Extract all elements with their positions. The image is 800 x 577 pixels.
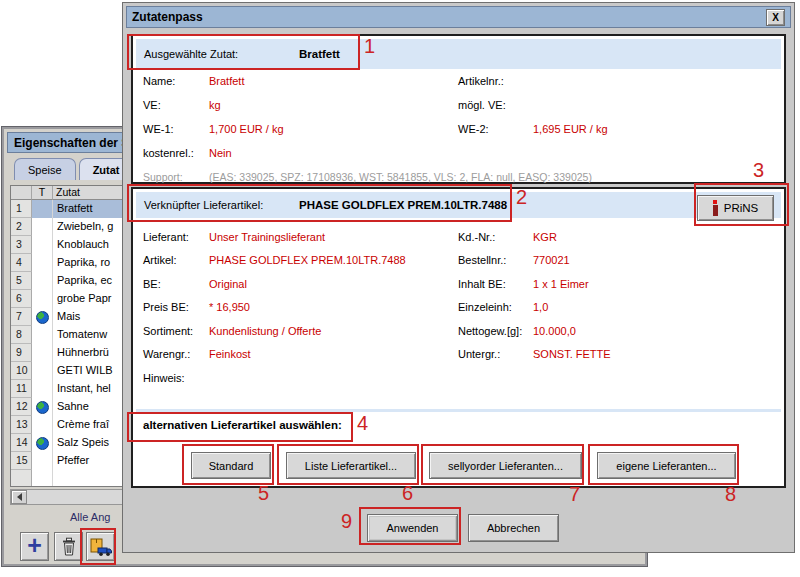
- field-value: 770021: [533, 254, 570, 266]
- column-header-t: T: [32, 186, 53, 200]
- row-type-cell: [32, 254, 53, 272]
- field-value: Original: [209, 278, 247, 290]
- field-label: Inhalt BE:: [458, 278, 533, 290]
- selected-ingredient-header-label: Ausgewählte Zutat:: [144, 48, 299, 60]
- row-type-cell: [32, 452, 53, 470]
- field-value: Kundenlistung / Offerte: [209, 325, 321, 337]
- liste-lieferartikel-button[interactable]: Liste Lieferartikel...: [286, 452, 416, 479]
- package-truck-icon: [90, 537, 112, 557]
- field-row: Nettogew.[g]:10.000,0: [458, 319, 778, 343]
- row-number: 11: [11, 380, 32, 398]
- row-number: 5: [11, 272, 32, 290]
- row-type-cell: [32, 380, 53, 398]
- supplier-article-button[interactable]: [86, 532, 115, 561]
- row-type-cell: [32, 344, 53, 362]
- row-number: 9: [11, 344, 32, 362]
- delete-ingredient-button[interactable]: [54, 532, 83, 561]
- field-label: BE:: [143, 278, 209, 290]
- row-type-cell: [32, 218, 53, 236]
- field-label: VE:: [143, 99, 209, 111]
- field-row: Support:(EAS: 339025, SPZ: 17108936, WST…: [143, 165, 773, 189]
- field-value: Nein: [209, 147, 232, 159]
- field-value: 1 x 1 Eimer: [533, 278, 589, 290]
- row-number: 10: [11, 362, 32, 380]
- linked-fields-right: Kd.-Nr.:KGRBestellnr.:770021Inhalt BE:1 …: [458, 225, 778, 366]
- abbrechen-button[interactable]: Abbrechen: [468, 514, 559, 542]
- prins-info-icon: [713, 200, 718, 216]
- row-type-cell: [32, 398, 53, 416]
- row-type-cell: [32, 416, 53, 434]
- add-ingredient-button[interactable]: +: [20, 532, 49, 561]
- field-row: Hinweis:: [143, 366, 773, 390]
- zutatenpass-dialog: Zutatenpass X Ausgewählte Zutat: Bratfet…: [122, 2, 795, 553]
- row-number: 12: [11, 398, 32, 416]
- row-number: 8: [11, 326, 32, 344]
- field-value: kg: [209, 99, 221, 111]
- close-button[interactable]: X: [766, 9, 785, 26]
- field-label: Name:: [143, 75, 209, 87]
- field-label: Nettogew.[g]:: [458, 325, 533, 337]
- field-row: Bestellnr.:770021: [458, 249, 778, 273]
- scroll-left-icon: [13, 493, 22, 501]
- field-row: Kd.-Nr.:KGR: [458, 225, 778, 249]
- row-number: 15: [11, 452, 32, 470]
- field-value: Unser Trainingslieferant: [209, 231, 325, 243]
- close-icon: X: [772, 12, 779, 23]
- field-label: Artikel:: [143, 254, 209, 266]
- row-type-cell: [32, 236, 53, 254]
- selected-ingredient-panel: Ausgewählte Zutat: Bratfett Name:Bratfet…: [131, 34, 786, 184]
- field-label: mögl. VE:: [458, 99, 533, 111]
- anwenden-button[interactable]: Anwenden: [367, 514, 458, 542]
- sellyorder-lieferanten-button[interactable]: sellyorder Lieferanten...: [429, 452, 582, 479]
- field-row: Inhalt BE:1 x 1 Eimer: [458, 272, 778, 296]
- scroll-left-button[interactable]: [11, 490, 27, 504]
- row-number: 6: [11, 290, 32, 308]
- field-row: Einzeleinh:1,0: [458, 296, 778, 320]
- field-label: WE-1:: [143, 123, 209, 135]
- row-type-cell: [32, 470, 53, 487]
- field-label: Warengr.:: [143, 348, 209, 360]
- row-type-cell: [32, 434, 53, 452]
- linked-article-header-label: Verknüpfter Lieferartikel:: [144, 199, 299, 211]
- row-number: 1: [11, 200, 32, 218]
- field-label: Support:: [143, 171, 209, 183]
- linked-article-panel: Verknüpfter Lieferartikel: PHASE GOLDFLE…: [131, 187, 786, 488]
- row-type-cell: [32, 362, 53, 380]
- properties-window-title: Eigenschaften der S: [14, 136, 129, 150]
- tab-speise[interactable]: Speise: [14, 158, 76, 180]
- field-row: WE-2:1,695 EUR / kg: [458, 117, 778, 141]
- eigene-lieferanten-button[interactable]: eigene Lieferanten...: [597, 452, 736, 479]
- row-number: 2: [11, 218, 32, 236]
- field-label: Untergr.:: [458, 348, 533, 360]
- tab-bar: Speise Zutat: [14, 158, 134, 180]
- plus-icon: +: [27, 535, 42, 555]
- row-number: 3: [11, 236, 32, 254]
- row-type-cell: [32, 326, 53, 344]
- field-value: SONST. FETTE: [533, 348, 611, 360]
- row-type-cell: [32, 200, 53, 218]
- linked-article-name: PHASE GOLDFLEX PREM.10LTR.7488: [299, 199, 507, 211]
- field-value: 1,695 EUR / kg: [533, 123, 608, 135]
- selected-fields-right: Artikelnr.:mögl. VE:WE-2:1,695 EUR / kg: [458, 69, 778, 141]
- standard-button[interactable]: Standard: [191, 452, 271, 479]
- field-value: 1,700 EUR / kg: [209, 123, 284, 135]
- field-value: Bratfett: [209, 75, 244, 87]
- globe-icon: [36, 311, 49, 324]
- field-label: Kd.-Nr.:: [458, 231, 533, 243]
- row-number: 14: [11, 434, 32, 452]
- field-label: Artikelnr.:: [458, 75, 533, 87]
- selected-ingredient-name: Bratfett: [299, 48, 340, 60]
- row-number: 4: [11, 254, 32, 272]
- field-value: PHASE GOLDFLEX PREM.10LTR.7488: [209, 254, 406, 266]
- dialog-titlebar[interactable]: Zutatenpass X: [126, 6, 791, 28]
- row-type-cell: [32, 272, 53, 290]
- field-row: kostenrel.:Nein: [143, 141, 773, 165]
- globe-icon: [36, 401, 49, 414]
- section-separator: [136, 409, 781, 412]
- field-row: Artikelnr.:: [458, 69, 778, 93]
- selected-ingredient-header: Ausgewählte Zutat: Bratfett: [136, 39, 781, 69]
- prins-button-label: PRiNS: [724, 202, 759, 214]
- row-type-cell: [32, 308, 53, 326]
- prins-button[interactable]: PRiNS: [697, 195, 774, 221]
- trash-icon: [60, 537, 78, 557]
